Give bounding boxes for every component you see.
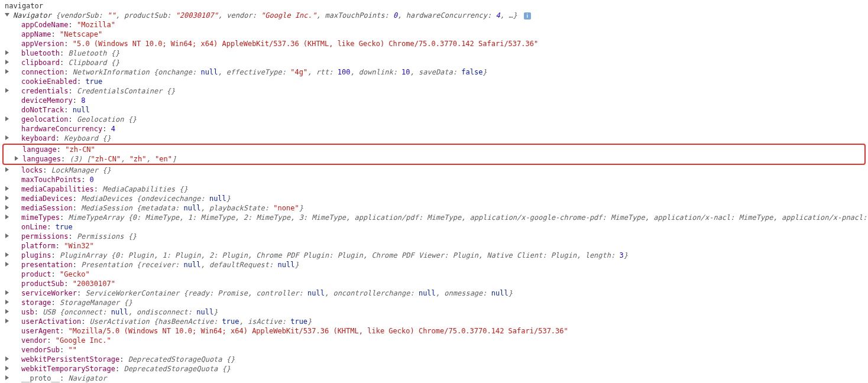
property-key: productSub (21, 280, 64, 288)
property-row[interactable]: usb: USB {onconnect: null, ondisconnect:… (2, 307, 866, 317)
expand-icon[interactable] (5, 88, 11, 94)
value-class: StorageManager (60, 298, 124, 307)
property-key: appName (21, 30, 51, 38)
root-label: navigator (5, 2, 43, 10)
property-key: platform (21, 242, 56, 250)
expand-icon[interactable] (5, 290, 11, 296)
navigator-summary-body: {vendorSub: "", productSub: "20030107", … (56, 11, 517, 20)
navigator-summary-line[interactable]: Navigator {vendorSub: "", productSub: "2… (2, 11, 866, 20)
expand-icon[interactable] (5, 215, 11, 220)
expand-icon[interactable] (5, 319, 11, 324)
property-key: webkitTemporaryStorage (21, 365, 115, 373)
property-key: presentation (21, 261, 73, 269)
property-row: cookieEnabled: true (2, 77, 866, 86)
property-row[interactable]: bluetooth: Bluetooth {} (2, 48, 866, 58)
property-row[interactable]: presentation: Presentation {receiver: nu… (2, 260, 866, 270)
info-icon[interactable]: i (524, 12, 531, 20)
value-body: {} (102, 166, 111, 174)
expand-icon[interactable] (5, 50, 11, 56)
property-key: credentials (21, 87, 68, 95)
svg-marker-9 (5, 186, 9, 191)
expand-icon[interactable] (5, 300, 11, 306)
expand-icon[interactable] (5, 196, 11, 202)
svg-marker-21 (5, 366, 9, 371)
value-class: UserActivation (90, 317, 154, 326)
property-row[interactable]: permissions: Permissions {} (2, 232, 866, 241)
property-row[interactable]: keyboard: Keyboard {} (2, 134, 866, 143)
proto-row[interactable]: __proto__: Navigator (2, 374, 866, 383)
value-body: {ondevicechange: null} (137, 194, 231, 203)
svg-marker-17 (5, 300, 9, 304)
property-key: languages (22, 155, 61, 163)
property-row: appCodeName: "Mozilla" (2, 20, 866, 30)
svg-marker-6 (5, 135, 9, 140)
expand-icon[interactable] (5, 60, 11, 66)
property-key: connection (21, 68, 64, 76)
expand-icon[interactable] (5, 205, 11, 211)
expand-icon[interactable] (5, 252, 11, 258)
value-body: {} (226, 355, 235, 363)
property-row[interactable]: webkitTemporaryStorage: DeprecatedStorag… (2, 364, 866, 374)
expand-icon[interactable] (5, 356, 11, 362)
property-row: onLine: true (2, 222, 866, 232)
property-key: vendorSub (21, 346, 60, 354)
property-row: appName: "Netscape" (2, 30, 866, 39)
value-class: Geolocation (77, 115, 128, 124)
property-key: hardwareConcurrency (21, 125, 102, 133)
property-key: mediaCapabilities (21, 185, 94, 193)
expand-icon[interactable] (5, 262, 11, 268)
property-key: bluetooth (21, 49, 60, 57)
property-key: vendor (21, 336, 47, 345)
property-row[interactable]: mediaDevices: MediaDevices {ondevicechan… (2, 194, 866, 203)
expand-icon[interactable] (14, 156, 20, 162)
expand-icon[interactable] (5, 69, 11, 75)
property-row: maxTouchPoints: 0 (2, 175, 866, 184)
expand-icon[interactable] (5, 186, 11, 192)
property-value: "20030107" (73, 280, 115, 288)
property-value: null (73, 106, 90, 114)
value-class: ServiceWorkerContainer (85, 289, 183, 297)
property-key: mimeTypes (21, 213, 60, 222)
expand-icon[interactable] (5, 116, 11, 122)
property-row: userAgent: "Mozilla/5.0 (Windows NT 10.0… (2, 326, 866, 336)
property-row[interactable]: mediaSession: MediaSession {metadata: nu… (2, 203, 866, 213)
svg-marker-8 (5, 167, 9, 172)
expand-icon[interactable] (5, 167, 11, 173)
property-key: storage (21, 298, 51, 307)
property-key: userActivation (21, 317, 81, 326)
expand-icon[interactable] (5, 366, 11, 372)
property-row[interactable]: serviceWorker: ServiceWorkerContainer {r… (2, 288, 866, 298)
property-row[interactable]: clipboard: Clipboard {} (2, 58, 866, 67)
expand-icon[interactable] (5, 375, 11, 381)
property-row[interactable]: mediaCapabilities: MediaCapabilities {} (2, 184, 866, 194)
property-value: "5.0 (Windows NT 10.0; Win64; x64) Apple… (73, 40, 538, 48)
property-row[interactable]: plugins: PluginArray {0: Plugin, 1: Plug… (2, 251, 866, 260)
value-class: Bluetooth (68, 49, 111, 57)
property-row[interactable]: userActivation: UserActivation {hasBeenA… (2, 317, 866, 326)
property-list-a: appCodeName: "Mozilla"appName: "Netscape… (2, 20, 866, 143)
property-row: appVersion: "5.0 (Windows NT 10.0; Win64… (2, 39, 866, 48)
value-body: {ready: Promise, controller: null, oncon… (184, 289, 513, 297)
property-row: vendorSub: "" (2, 345, 866, 355)
property-row[interactable]: credentials: CredentialsContainer {} (2, 86, 866, 96)
property-row[interactable]: locks: LockManager {} (2, 165, 866, 175)
svg-marker-0 (5, 13, 9, 17)
property-row[interactable]: webkitPersistentStorage: DeprecatedStora… (2, 355, 866, 364)
svg-marker-14 (5, 252, 9, 257)
property-key: keyboard (21, 134, 56, 142)
expand-icon[interactable] (5, 12, 11, 18)
property-row[interactable]: geolocation: Geolocation {} (2, 115, 866, 124)
svg-marker-4 (5, 88, 9, 93)
property-row[interactable]: connection: NetworkInformation {onchange… (2, 67, 866, 77)
property-row[interactable]: storage: StorageManager {} (2, 298, 866, 307)
property-row[interactable]: mimeTypes: MimeTypeArray {0: MimeType, 1… (2, 213, 866, 222)
property-key: geolocation (21, 115, 68, 124)
property-key: clipboard (21, 59, 60, 67)
expand-icon[interactable] (5, 135, 11, 141)
expand-icon[interactable] (5, 233, 11, 239)
value-body: {hasBeenActive: true, isActive: true} (154, 317, 312, 326)
property-row[interactable]: languages: (3) ["zh-CN", "zh", "en"] (4, 154, 864, 164)
expand-icon[interactable] (5, 309, 11, 315)
property-value: "Gecko" (60, 270, 90, 278)
value-body: {} (179, 185, 187, 193)
